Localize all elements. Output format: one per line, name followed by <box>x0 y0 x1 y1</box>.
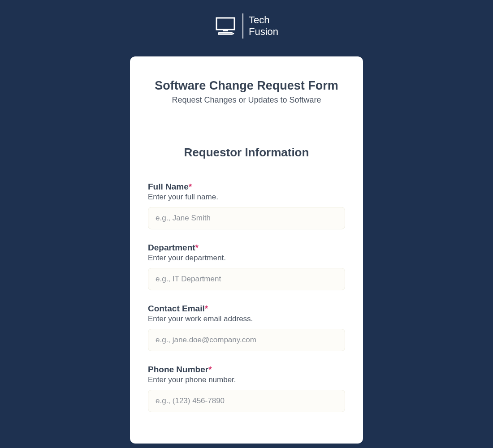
full-name-label: Full Name* <box>148 182 345 192</box>
full-name-hint: Enter your full name. <box>148 193 345 202</box>
department-hint: Enter your department. <box>148 254 345 263</box>
email-input[interactable] <box>148 329 345 351</box>
form-title: Software Change Request Form <box>148 79 345 93</box>
svg-point-5 <box>233 33 234 34</box>
department-label: Department* <box>148 243 345 253</box>
logo-text-line2: Fusion <box>249 26 278 38</box>
svg-rect-0 <box>216 18 234 30</box>
email-hint: Enter your work email address. <box>148 314 345 323</box>
logo-text-line1: Tech <box>249 14 278 26</box>
required-mark: * <box>205 304 208 313</box>
field-full-name: Full Name* Enter your full name. <box>148 182 345 229</box>
logo-divider <box>242 13 243 39</box>
department-input[interactable] <box>148 268 345 290</box>
logo: Tech Fusion <box>0 13 493 39</box>
phone-input[interactable] <box>148 390 345 412</box>
svg-rect-2 <box>218 32 233 35</box>
form-subtitle: Request Changes or Updates to Software <box>148 95 345 105</box>
required-mark: * <box>189 182 192 191</box>
form-card: Software Change Request Form Request Cha… <box>130 56 363 444</box>
full-name-input[interactable] <box>148 207 345 229</box>
section-title: Requestor Information <box>148 146 345 159</box>
field-email: Contact Email* Enter your work email add… <box>148 304 345 351</box>
logo-text: Tech Fusion <box>249 14 278 38</box>
svg-rect-1 <box>223 30 228 31</box>
required-mark: * <box>208 365 212 374</box>
required-mark: * <box>195 243 199 252</box>
field-department: Department* Enter your department. <box>148 243 345 290</box>
phone-hint: Enter your phone number. <box>148 375 345 384</box>
divider <box>148 123 345 123</box>
phone-label: Phone Number* <box>148 365 345 375</box>
field-phone: Phone Number* Enter your phone number. <box>148 365 345 412</box>
computer-icon <box>215 15 236 37</box>
email-label: Contact Email* <box>148 304 345 314</box>
